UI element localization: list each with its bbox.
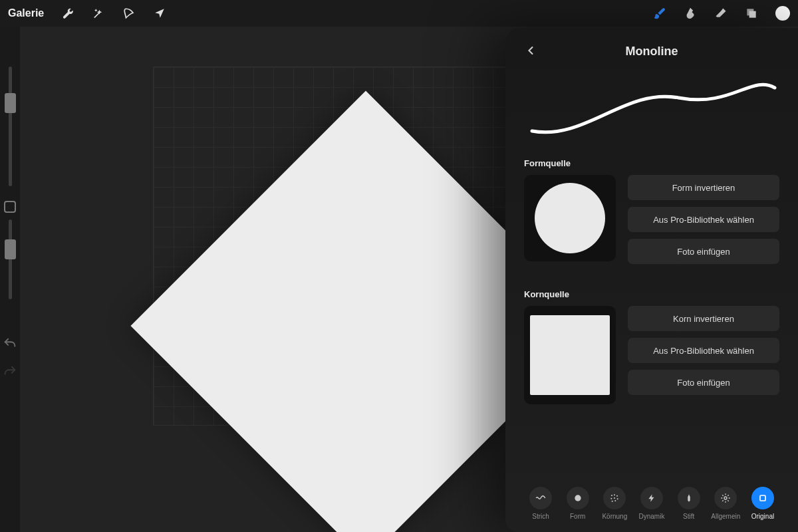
circle-icon: [535, 183, 605, 253]
nav-general[interactable]: Allgemein: [709, 487, 742, 520]
svg-point-2: [614, 494, 615, 495]
svg-point-9: [724, 497, 727, 499]
nav-grain[interactable]: Körnung: [598, 487, 631, 520]
invert-grain-button[interactable]: Korn invertieren: [628, 306, 779, 331]
brush-size-slider[interactable]: [9, 66, 12, 186]
square-icon: [530, 315, 610, 395]
opacity-slider[interactable]: [9, 219, 12, 299]
modify-square[interactable]: [4, 201, 16, 213]
nav-label: Dynamik: [639, 513, 665, 520]
shape-source-preview[interactable]: [524, 175, 616, 261]
nav-pencil[interactable]: Stift: [672, 487, 706, 520]
wand-icon[interactable]: [92, 7, 105, 20]
pencil-icon: [678, 487, 700, 509]
nav-label: Original: [751, 513, 774, 520]
form-source-label: Formquelle: [524, 158, 779, 168]
source-icon: [751, 487, 774, 509]
nav-label: Allgemein: [711, 513, 740, 520]
arrow-icon[interactable]: [153, 7, 166, 20]
shape-pro-library-button[interactable]: Aus Pro-Bibliothek wählen: [628, 207, 779, 232]
svg-point-1: [611, 495, 612, 496]
shape-insert-photo-button[interactable]: Foto einfügen: [628, 239, 779, 264]
invert-shape-button[interactable]: Form invertieren: [628, 175, 779, 200]
redo-icon[interactable]: [3, 364, 17, 379]
back-button[interactable]: [524, 44, 539, 59]
grain-insert-photo-button[interactable]: Foto einfügen: [628, 370, 779, 395]
grain-source-preview[interactable]: [524, 306, 616, 404]
wrench-icon[interactable]: [61, 7, 74, 20]
nav-dynamics[interactable]: Dynamik: [635, 487, 668, 520]
slider-thumb[interactable]: [5, 239, 16, 259]
wave-icon: [529, 487, 552, 509]
grain-icon: [603, 487, 626, 509]
gear-icon: [714, 487, 737, 509]
svg-point-3: [616, 495, 618, 497]
bolt-icon: [640, 487, 663, 509]
brush-settings-nav: Strich Form Körnung Dynamik Stift Allgem…: [524, 475, 779, 520]
nav-label: Form: [570, 513, 585, 520]
nav-label: Körnung: [602, 513, 627, 520]
left-sidebar: [0, 66, 20, 307]
slider-thumb[interactable]: [5, 93, 16, 113]
svg-point-6: [617, 498, 618, 499]
undo-icon[interactable]: [3, 336, 17, 351]
panel-title: Monoline: [626, 45, 678, 59]
nav-source[interactable]: Original: [746, 487, 779, 520]
svg-rect-10: [760, 495, 765, 501]
svg-point-5: [614, 497, 615, 499]
brush-icon[interactable]: [653, 7, 666, 20]
stroke-preview: [524, 68, 779, 141]
gallery-link[interactable]: Galerie: [8, 7, 44, 19]
top-toolbar: Galerie: [0, 0, 798, 27]
svg-point-0: [575, 495, 581, 501]
svg-point-4: [611, 498, 612, 499]
nav-label: Strich: [532, 513, 549, 520]
nav-label: Stift: [683, 513, 694, 520]
color-swatch[interactable]: [775, 6, 790, 21]
grain-pro-library-button[interactable]: Aus Pro-Bibliothek wählen: [628, 338, 779, 363]
svg-point-8: [615, 500, 616, 501]
svg-point-7: [612, 501, 613, 502]
undo-redo-group: [3, 336, 17, 379]
nav-shape[interactable]: Form: [561, 487, 595, 520]
brush-settings-panel: Monoline Formquelle Form invertieren Aus…: [505, 28, 798, 532]
smudge-icon[interactable]: [684, 7, 697, 20]
eraser-icon[interactable]: [714, 7, 728, 20]
grain-source-label: Kornquelle: [524, 289, 779, 299]
nav-stroke[interactable]: Strich: [524, 487, 557, 520]
layers-icon[interactable]: [745, 7, 758, 20]
selection-icon[interactable]: [122, 7, 136, 20]
burst-icon: [567, 487, 589, 509]
